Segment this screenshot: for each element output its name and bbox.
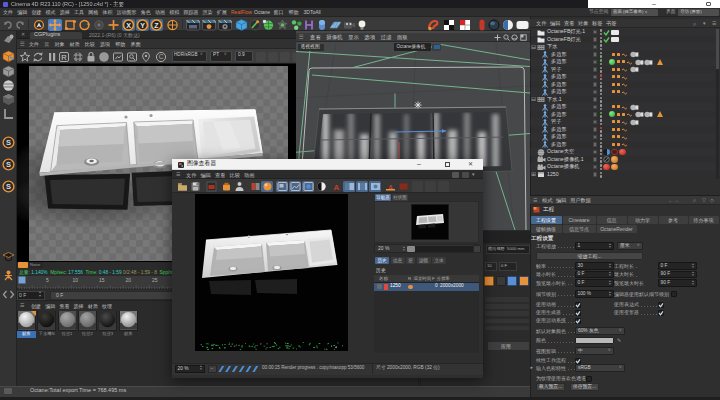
- svg-text:Y: Y: [140, 21, 145, 28]
- svg-text:S: S: [6, 138, 11, 147]
- svg-text:Z: Z: [155, 21, 160, 28]
- svg-text:C: C: [159, 53, 164, 60]
- svg-text:X: X: [126, 21, 131, 28]
- svg-text:R: R: [61, 53, 67, 62]
- svg-text:A: A: [333, 182, 339, 191]
- svg-text:S: S: [6, 182, 11, 191]
- svg-text:S: S: [6, 160, 11, 169]
